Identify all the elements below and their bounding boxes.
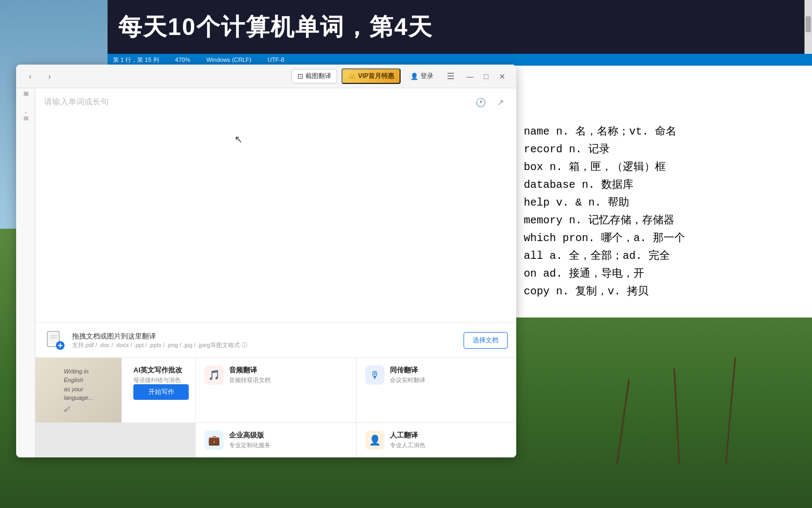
maximize-button[interactable]: □	[479, 69, 494, 84]
vip-label: VIP首月特惠	[358, 72, 394, 81]
word-item-37: 37. which pron. 哪个，a. 那一个	[498, 229, 803, 247]
window-controls: — □ ✕	[462, 69, 510, 84]
translate-input[interactable]	[44, 97, 508, 314]
ai-writing-subtitle: 母语级纠错与润色	[133, 376, 189, 384]
translate-input-area: 请输入单词或长句 🕐 ↗	[35, 88, 516, 322]
start-writing-button[interactable]: 开始写作	[133, 384, 189, 400]
simultaneous-translate-title: 同传翻译	[390, 365, 508, 375]
file-upload-icon	[45, 330, 65, 350]
audio-translate-info: 音频翻译 音频转双语文档	[229, 365, 347, 384]
feature-card-ai-writing[interactable]: Writing inEnglishas yourlanguage... 🖊 AI…	[35, 358, 195, 422]
word-item-39: 39. on ad. 接通，导电，开	[498, 265, 803, 283]
login-label: 登录	[421, 72, 433, 81]
menu-button[interactable]: ☰	[443, 69, 458, 84]
sidebar: 翻译 功能	[16, 88, 35, 457]
notepad-status-bar: 第 1 行，第 15 列 470% Windows (CRLF) UTF-8	[108, 54, 812, 66]
file-drop-text: 拖拽文档或图片到这里翻译 支持.pdf / .doc / .docx / .pp…	[72, 331, 457, 349]
zoom-level: 470%	[175, 57, 190, 63]
enterprise-icon: 💼	[204, 431, 224, 450]
notepad-title: 每天10个计算机单词，第4天	[118, 11, 433, 43]
ai-writing-title: AI英文写作批改	[133, 365, 189, 375]
feature-card-audio[interactable]: 🎵 音频翻译 音频转双语文档	[196, 358, 355, 422]
history-button[interactable]: 🕐	[473, 95, 488, 110]
word-item-35: 35. help v. & n. 帮助	[498, 194, 803, 211]
human-translate-info: 人工翻译 专业人工润色	[390, 431, 508, 449]
notepad-header: 每天10个计算机单词，第4天	[108, 0, 812, 54]
user-icon: 👤	[410, 73, 418, 80]
main-content: 请输入单词或长句 🕐 ↗	[35, 88, 516, 457]
forward-button[interactable]: ›	[42, 69, 57, 84]
feature-card-simultaneous[interactable]: 🎙 同传翻译 会议实时翻译	[357, 358, 516, 422]
minimize-button[interactable]: —	[462, 69, 478, 84]
audio-translate-subtitle: 音频转双语文档	[229, 376, 347, 384]
word-item-40: 40. copy n. 复制，v. 拷贝	[498, 283, 803, 300]
file-drop-area: 拖拽文档或图片到这里翻译 支持.pdf / .doc / .docx / .pp…	[35, 322, 516, 357]
word-list: 31. name n. 名，名称；vt. 命名 32. record n. 记录…	[489, 119, 812, 318]
vip-button[interactable]: 👑 VIP首月特惠	[341, 68, 401, 84]
translation-window: ‹ › ⊡ 截图翻译 👑 VIP首月特惠 👤 登录 ☰ — □ ✕ 翻译	[16, 65, 516, 457]
human-translate-subtitle: 专业人工润色	[390, 441, 508, 449]
share-button[interactable]: ↗	[493, 95, 508, 110]
screenshot-icon: ⊡	[297, 72, 303, 80]
sidebar-item-function[interactable]: 功能	[18, 117, 33, 132]
select-file-button[interactable]: 选择文档	[464, 332, 508, 349]
simultaneous-translate-info: 同传翻译 会议实时翻译	[390, 365, 508, 384]
back-button[interactable]: ‹	[23, 69, 38, 84]
enterprise-info: 企业高级版 专业定制化服务	[229, 431, 347, 449]
word-item-32: 32. record n. 记录	[498, 140, 803, 158]
word-item-33: 33. box n. 箱，匣，（逻辑）框	[498, 158, 803, 176]
audio-translate-icon: 🎵	[204, 365, 224, 385]
file-drop-icon-area	[44, 329, 66, 351]
enterprise-subtitle: 专业定制化服务	[229, 441, 347, 449]
window-titlebar: ‹ › ⊡ 截图翻译 👑 VIP首月特惠 👤 登录 ☰ — □ ✕	[16, 65, 516, 88]
crown-icon: 👑	[348, 73, 356, 80]
human-translate-title: 人工翻译	[390, 431, 508, 440]
cursor-position: 第 1 行，第 15 列	[113, 56, 159, 64]
feature-card-human[interactable]: 👤 人工翻译 专业人工润色	[357, 423, 516, 457]
feature-card-enterprise[interactable]: 💼 企业高级版 专业定制化服务	[196, 423, 355, 457]
login-button[interactable]: 👤 登录	[405, 69, 439, 83]
line-ending: Windows (CRLF)	[206, 57, 252, 63]
help-icon[interactable]: ⓘ	[241, 342, 247, 348]
svg-rect-1	[48, 333, 58, 344]
screenshot-translate-button[interactable]: ⊡ 截图翻译	[291, 69, 337, 83]
file-encoding: UTF-8	[267, 57, 284, 63]
word-item-38: 38. all a. 全，全部；ad. 完全	[498, 247, 803, 265]
enterprise-title: 企业高级版	[229, 431, 347, 440]
human-translate-icon: 👤	[365, 431, 384, 450]
notepad-panel: 31. name n. 名，名称；vt. 命名 32. record n. 记录…	[489, 54, 812, 264]
file-drop-subtitle: 支持.pdf / .doc / .docx / .ppt / .pptx / .…	[72, 341, 457, 349]
file-drop-title: 拖拽文档或图片到这里翻译	[72, 331, 457, 341]
word-item-36: 36. memory n. 记忆存储，存储器	[498, 211, 803, 229]
audio-translate-title: 音频翻译	[229, 365, 347, 375]
input-actions: 🕐 ↗	[473, 95, 508, 110]
word-item-31: 31. name n. 名，名称；vt. 命名	[498, 123, 803, 140]
simultaneous-translate-icon: 🎙	[365, 365, 384, 385]
simultaneous-translate-subtitle: 会议实时翻译	[390, 376, 508, 384]
word-item-34: 34. database n. 数据库	[498, 176, 803, 194]
sidebar-item-translate[interactable]: 翻译	[18, 93, 33, 108]
window-body: 翻译 功能 请输入单词或长句 🕐 ↗	[16, 88, 516, 457]
screenshot-label: 截图翻译	[305, 72, 331, 81]
feature-cards: Writing inEnglishas yourlanguage... 🖊 AI…	[35, 357, 516, 457]
close-button[interactable]: ✕	[495, 69, 510, 84]
